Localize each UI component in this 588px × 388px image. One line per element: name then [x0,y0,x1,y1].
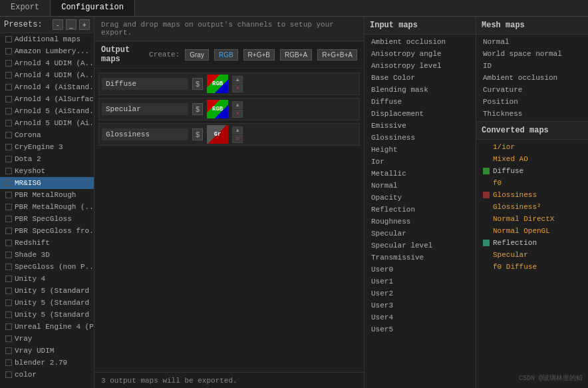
sidebar-item[interactable]: Additional maps [0,33,94,45]
sidebar-item[interactable]: blender 2.79 [0,357,94,369]
mesh-item[interactable]: Ambient occlusion [476,72,588,84]
sidebar-item[interactable]: color [0,369,94,381]
sidebar-item[interactable]: PBR SpecGloss fro... [0,225,94,237]
sidebar-item[interactable]: Unreal Engine 4 (P... [0,321,94,333]
create-rggba-btn[interactable]: R+G+B+A [317,49,357,61]
dollar-btn[interactable]: $ [192,103,203,115]
sidebar-item[interactable]: Arnold 5 (AiStand... [0,105,94,117]
sidebar-item[interactable]: PBR SpecGloss [0,213,94,225]
sidebar-item[interactable]: MR&ISG [0,177,94,189]
sidebar-item[interactable]: Unity 4 [0,273,94,285]
input-item[interactable]: Opacity [365,192,476,204]
converted-item[interactable]: Diffuse [476,165,588,177]
preset-blank-btn[interactable]: _ [66,19,76,30]
converted-item[interactable]: f0 [476,177,588,189]
sidebar-item[interactable]: Dota 2 [0,153,94,165]
map-move-up-btn[interactable]: ▲ [232,76,243,84]
map-name-input[interactable] [102,78,188,90]
map-name-input[interactable] [102,128,188,140]
input-item[interactable]: Reflection [365,204,476,216]
sidebar-item[interactable]: Amazon Lumbery... [0,45,94,57]
sidebar-item[interactable]: Arnold 5 UDIM (Ai... [0,117,94,129]
converted-item[interactable]: 1/ior [476,141,588,153]
input-item[interactable]: Ior [365,156,476,168]
input-item[interactable]: Anisotropy level [365,60,476,72]
sidebar-item[interactable]: Vray [0,333,94,345]
mesh-item[interactable]: World space normal [476,48,588,60]
sidebar-item[interactable]: Arnold 4 UDIM (A... [0,57,94,69]
preset-minus-btn[interactable]: - [53,19,63,30]
create-gray-btn[interactable]: Gray [185,49,209,61]
sidebar-item[interactable]: Unity 5 (Standard ... [0,309,94,321]
input-item[interactable]: Diffuse [365,96,476,108]
presets-label: Presets: [4,20,50,29]
input-item[interactable]: Roughness [365,216,476,228]
channel-badge[interactable]: RGB [207,100,228,118]
input-item[interactable]: Normal [365,180,476,192]
map-move-up-btn[interactable]: ▲ [232,101,243,109]
sidebar-item[interactable]: PBR MetalRough [0,189,94,201]
input-item[interactable]: Height [365,144,476,156]
tab-configuration[interactable]: Configuration [51,0,135,16]
input-item[interactable]: User5 [365,323,476,335]
map-move-up-btn[interactable]: ▲ [232,126,243,134]
input-item[interactable]: Blending mask [365,84,476,96]
input-item[interactable]: Anisotropy angle [365,48,476,60]
input-item[interactable]: Base Color [365,72,476,84]
sidebar-item[interactable]: Corona [0,129,94,141]
create-rgb-btn[interactable]: RGB [214,49,238,61]
sidebar-item[interactable]: Unity 5 (Standard ... [0,285,94,297]
converted-item[interactable]: Normal DirectX [476,213,588,225]
tab-export[interactable]: Export [0,0,51,16]
dollar-btn[interactable]: $ [192,128,203,140]
dollar-btn[interactable]: $ [192,78,203,90]
mesh-item[interactable]: Curvature [476,84,588,96]
input-item[interactable]: Glossiness [365,132,476,144]
converted-item[interactable]: Glossiness [476,189,588,201]
converted-item[interactable]: Reflection [476,237,588,249]
input-item[interactable]: User0 [365,264,476,276]
channel-badge[interactable]: Gr [207,125,228,144]
input-item[interactable]: Transmissive [365,252,476,264]
sidebar-item[interactable]: Unity 5 (Standard ... [0,297,94,309]
sidebar-item[interactable]: Arnold 4 (AiStand... [0,81,94,93]
map-name-input[interactable] [102,103,188,115]
converted-item[interactable]: Glossiness² [476,201,588,213]
mesh-item[interactable]: Normal [476,36,588,48]
input-item[interactable]: User4 [365,311,476,323]
sidebar-item[interactable]: Keyshot [0,165,94,177]
mesh-item[interactable]: Position [476,96,588,108]
input-item[interactable]: User2 [365,288,476,299]
sidebar-item[interactable]: SpecGloss (non P... [0,261,94,273]
map-remove-btn[interactable]: ✕ [232,135,243,143]
input-item[interactable]: Metallic [365,168,476,180]
input-item[interactable]: Specular level [365,240,476,252]
input-item[interactable]: Ambient occlusion [365,36,476,48]
map-row: $RGB▲✕ [98,73,360,95]
preset-plus-btn[interactable]: + [79,19,90,30]
sidebar-item[interactable]: Arnold 4 (AlSurface) [0,93,94,105]
map-row-actions: ▲✕ [232,126,243,143]
create-rgba-btn[interactable]: RGB+A [280,49,312,61]
sidebar-item[interactable]: Vray UDIM [0,345,94,357]
input-item[interactable]: Displacement [365,108,476,120]
sidebar-item[interactable]: CryEngine 3 [0,141,94,153]
create-rggb-btn[interactable]: R+G+B [243,49,275,61]
converted-item[interactable]: Normal OpenGL [476,225,588,237]
sidebar-item[interactable]: Redshift [0,237,94,249]
map-remove-btn[interactable]: ✕ [232,110,243,118]
input-item[interactable]: Emissive [365,120,476,132]
converted-item[interactable]: Mixed AO [476,153,588,165]
input-item[interactable]: User1 [365,276,476,288]
sidebar-item[interactable]: Arnold 4 UDIM (A... [0,69,94,81]
sidebar-item[interactable]: PBR MetalRough (... [0,201,94,213]
sidebar-item[interactable]: Shade 3D [0,249,94,261]
converted-item[interactable]: f0 Diffuse [476,261,588,273]
map-remove-btn[interactable]: ✕ [232,85,243,93]
channel-badge[interactable]: RGB [207,75,228,93]
mesh-item[interactable]: ID [476,60,588,72]
input-item[interactable]: User3 [365,299,476,311]
converted-item[interactable]: Specular [476,249,588,261]
input-item[interactable]: Specular [365,228,476,240]
mesh-item[interactable]: Thickness [476,108,588,120]
